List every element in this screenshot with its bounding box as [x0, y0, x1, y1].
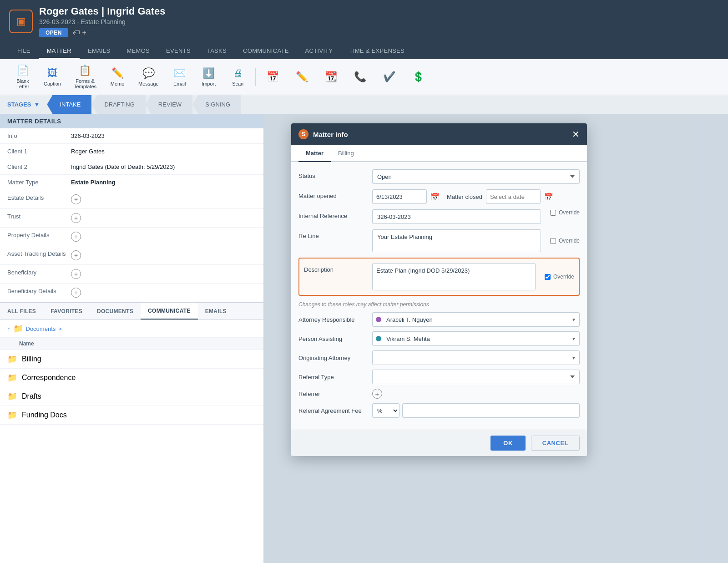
matter-row-asset: Asset Tracking Details + [0, 246, 263, 265]
modal-footer: OK CANCEL [291, 430, 587, 456]
value-client1: Roger Gates [71, 148, 105, 155]
email-button[interactable]: ✉️ Email [166, 65, 193, 89]
stage-intake[interactable]: INTAKE [47, 95, 91, 114]
internal-ref-override-checkbox[interactable] [550, 210, 556, 216]
label-info: Info [7, 132, 71, 139]
breadcrumb-up-icon[interactable]: ↑ [7, 325, 10, 332]
tab-all-files[interactable]: ALL FILES [0, 304, 43, 319]
cancel-button[interactable]: CANCEL [531, 436, 580, 451]
nav-emails[interactable]: EMAILS [80, 44, 118, 59]
phone-icon: 📞 [354, 71, 366, 83]
originating-attorney-label: Originating Attorney [298, 355, 367, 361]
check-button[interactable]: ✔️ [376, 68, 403, 86]
nav-activity[interactable]: ACTIVITY [297, 44, 341, 59]
file-breadcrumb: ↑ 📁 Documents > [0, 320, 263, 338]
matter-closed-input[interactable] [486, 189, 541, 204]
scan-button[interactable]: 🖨 Scan [224, 65, 252, 89]
stage-review[interactable]: REVIEW [146, 95, 192, 114]
client-name: Roger Gates | Ingrid Gates [39, 5, 166, 17]
re-line-textarea[interactable]: Your Estate Planning [372, 229, 541, 252]
list-item-correspondence[interactable]: 📁 Correspondence [0, 369, 263, 387]
calendar-button[interactable]: 📅 [259, 68, 287, 86]
breadcrumb-folder-icon: 📁 [13, 324, 23, 334]
forms-templates-icon: 📋 [79, 65, 91, 76]
nav-communicate[interactable]: COMMUNICATE [235, 44, 297, 59]
caption-icon: 🖼 [47, 67, 57, 79]
tab-documents[interactable]: DOCUMENTS [90, 304, 141, 319]
internal-ref-label: Internal Reference [298, 209, 367, 219]
add-estate-details-button[interactable]: + [71, 194, 81, 204]
add-beneficiary-details-button[interactable]: + [71, 288, 81, 298]
list-item-drafts[interactable]: 📁 Drafts [0, 387, 263, 406]
message-button[interactable]: 💬 Message [133, 65, 164, 89]
referral-fee-input[interactable] [402, 403, 580, 418]
re-line-override-checkbox[interactable] [550, 238, 556, 244]
modal-tab-matter[interactable]: Matter [298, 145, 331, 162]
label-estate-details: Estate Details [7, 194, 71, 201]
folder-icon-drafts: 📁 [7, 391, 17, 401]
nav-memos[interactable]: MEMOS [118, 44, 158, 59]
nav-file[interactable]: FILE [9, 44, 39, 59]
nav-matter[interactable]: MATTER [39, 44, 80, 59]
person-assisting-select[interactable]: Vikram S. Mehta [372, 331, 580, 346]
re-line-row: Re Line Your Estate Planning Override [298, 229, 580, 252]
nav-time-expenses[interactable]: TIME & EXPENSES [341, 44, 413, 59]
list-item-funding[interactable]: 📁 Funding Docs [0, 406, 263, 425]
modal-tab-billing[interactable]: Billing [331, 145, 361, 162]
referral-type-row: Referral Type [298, 370, 580, 384]
import-icon: ⬇️ [202, 67, 215, 79]
nav-events[interactable]: EVENTS [158, 44, 199, 59]
matter-row-info: Info 326-03-2023 [0, 128, 263, 144]
nav-tasks[interactable]: TASKS [199, 44, 235, 59]
billing-button[interactable]: 💲 [405, 68, 432, 86]
memo-icon: ✏️ [111, 67, 124, 79]
matter-details-header: MATTER DETAILS [0, 114, 263, 128]
add-property-button[interactable]: + [71, 232, 81, 242]
stage-drafting[interactable]: DRAFTING [91, 95, 145, 114]
tab-communicate[interactable]: COMMUNICATE [141, 303, 198, 320]
stage-signing[interactable]: SIGNING [192, 95, 241, 114]
folder-icon-funding: 📁 [7, 410, 17, 420]
edit-button[interactable]: ✏️ [288, 68, 316, 86]
forms-templates-button[interactable]: 📋 Forms &Templates [68, 62, 102, 92]
blank-letter-button[interactable]: 📄 BlankLetter [9, 62, 36, 92]
referral-type-select[interactable] [372, 370, 580, 384]
add-asset-button[interactable]: + [71, 250, 81, 260]
originating-attorney-select[interactable] [372, 350, 580, 365]
description-textarea[interactable]: Estate Plan (Ingrid DOD 5/29/2023) [372, 263, 536, 290]
forms-templates-label: Forms &Templates [74, 78, 96, 89]
add-trust-button[interactable]: + [71, 213, 81, 223]
schedule-button[interactable]: 📆 [318, 68, 345, 86]
matter-info-modal: S Matter info ✕ Matter Billing Status Op… [291, 123, 587, 456]
file-browser: ↑ 📁 Documents > Name 📁 Billing 📁 Corresp… [0, 320, 263, 425]
matter-row-estate-details: Estate Details + [0, 190, 263, 209]
list-item-billing[interactable]: 📁 Billing [0, 350, 263, 369]
description-override-checkbox[interactable] [545, 274, 551, 280]
tab-emails[interactable]: EMAILS [198, 304, 234, 319]
matter-row-beneficiary-details: Beneficiary Details + [0, 284, 263, 302]
add-beneficiary-button[interactable]: + [71, 269, 81, 279]
modal-close-button[interactable]: ✕ [572, 129, 580, 140]
phone-button[interactable]: 📞 [347, 68, 374, 86]
attorney-responsible-select[interactable]: Araceli T. Nguyen [372, 312, 580, 327]
matter-opened-calendar-button[interactable]: 📅 [430, 193, 440, 201]
message-label: Message [138, 81, 159, 86]
import-button[interactable]: ⬇️ Import [195, 65, 222, 89]
referral-fee-type-select[interactable]: % $ [372, 403, 399, 418]
value-client2: Ingrid Gates (Date of Death: 5/29/2023) [71, 163, 175, 170]
add-referrer-button[interactable]: + [372, 389, 382, 399]
tab-favorites[interactable]: FAVORITES [43, 304, 90, 319]
matter-closed-calendar-button[interactable]: 📅 [544, 193, 553, 201]
memo-button[interactable]: ✏️ Memo [104, 65, 131, 89]
internal-ref-override-label: Override [559, 209, 580, 216]
ok-button[interactable]: OK [490, 436, 526, 451]
email-icon: ✉️ [173, 67, 186, 79]
status-select[interactable]: Open [372, 169, 580, 184]
matter-dates-row: Matter opened 📅 Matter closed 📅 [298, 189, 580, 204]
modal-header: S Matter info ✕ [291, 123, 587, 145]
caption-button[interactable]: 🖼 Caption [38, 65, 66, 89]
matter-sub: 326-03-2023 - Estate Planning [39, 18, 166, 25]
internal-ref-input[interactable] [372, 209, 541, 224]
stages-dropdown[interactable]: STAGES ▼ [0, 95, 47, 114]
matter-opened-input[interactable] [372, 189, 427, 204]
